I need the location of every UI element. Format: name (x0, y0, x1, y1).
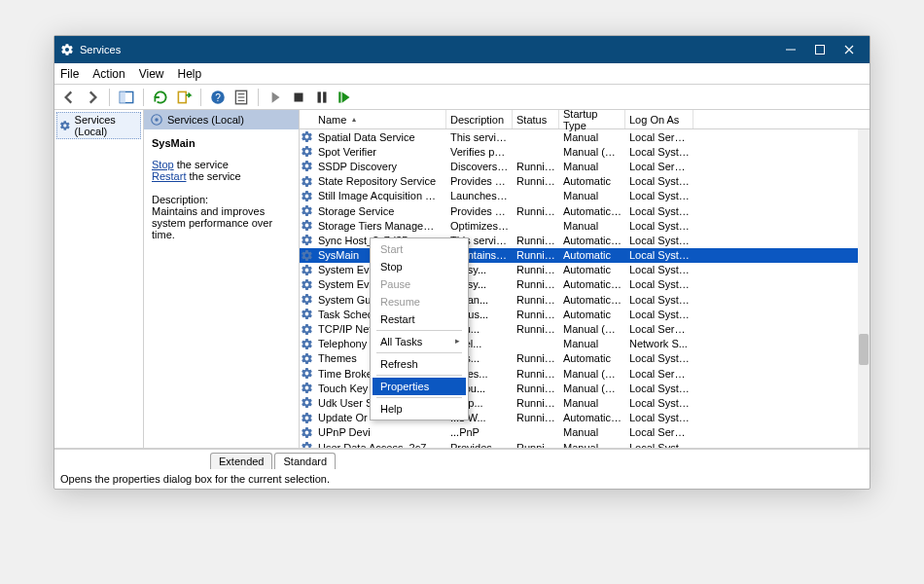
details-title: Services (Local) (167, 114, 244, 126)
details-pane: Services (Local) SysMain Stop the servic… (144, 110, 300, 448)
svg-text:?: ? (215, 91, 221, 102)
menu-help[interactable]: Help (178, 67, 202, 81)
restart-link[interactable]: Restart (152, 170, 186, 182)
column-startup-type[interactable]: Startup Type (559, 110, 625, 128)
status-bar: Opens the properties dialog box for the … (54, 469, 870, 489)
gear-icon (60, 43, 74, 56)
menubar: File Action View Help (54, 63, 870, 85)
service-row[interactable]: UPnP Devi...PnPManualLocal Service (300, 425, 870, 440)
svg-rect-3 (120, 91, 125, 102)
export-button[interactable] (175, 89, 193, 106)
gear-icon (300, 441, 314, 448)
back-button[interactable] (60, 89, 78, 106)
start-service-button[interactable] (267, 89, 284, 106)
pause-service-button[interactable] (313, 89, 331, 106)
service-row[interactable]: Still Image Acquisition EventsLaunches a… (300, 189, 870, 203)
tree-node-services[interactable]: Services (Local) (56, 112, 141, 139)
gear-icon (300, 308, 314, 320)
svg-rect-1 (816, 46, 825, 55)
forward-button[interactable] (84, 89, 101, 106)
scrollbar[interactable] (858, 129, 870, 448)
service-row[interactable]: Spot VerifierVerifies pote...Manual (Tri… (300, 144, 870, 159)
gear-icon (300, 323, 314, 336)
gear-icon (300, 190, 314, 202)
ctx-restart[interactable]: Restart (373, 310, 466, 328)
gear-icon (150, 113, 163, 127)
column-name[interactable]: Name (314, 110, 446, 128)
gear-icon (300, 352, 314, 365)
gear-icon (300, 160, 314, 172)
gear-icon (300, 219, 314, 232)
svg-rect-11 (295, 92, 303, 101)
gear-icon (300, 293, 314, 306)
menu-action[interactable]: Action (92, 67, 124, 81)
gear-icon (59, 119, 71, 132)
gear-icon (300, 412, 314, 424)
stop-service-button[interactable] (290, 89, 307, 106)
service-row[interactable]: State Repository ServiceProvides re...Ru… (300, 174, 870, 189)
svg-rect-13 (323, 91, 326, 102)
gear-icon (300, 367, 314, 380)
services-window: Services File Action View Help ? Servic (53, 35, 871, 490)
desc-label: Description: (152, 194, 291, 205)
tab-standard[interactable]: Standard (274, 453, 336, 469)
gear-icon (300, 234, 314, 246)
toolbar: ? (54, 85, 870, 110)
list-pane: NameDescriptionStatusStartup TypeLog On … (300, 110, 870, 448)
svg-rect-14 (338, 91, 340, 102)
properties-button[interactable] (232, 89, 250, 106)
menu-file[interactable]: File (60, 67, 79, 81)
window-title: Services (80, 44, 121, 55)
ctx-pause: Pause (373, 275, 466, 293)
stop-link[interactable]: Stop (152, 159, 174, 170)
gear-icon (300, 175, 314, 188)
column-headers: NameDescriptionStatusStartup TypeLog On … (300, 110, 870, 129)
help-button[interactable]: ? (209, 89, 227, 106)
svg-point-16 (155, 118, 159, 122)
gear-icon (300, 338, 314, 350)
restart-service-button[interactable] (337, 89, 354, 106)
show-hide-tree-button[interactable] (118, 89, 135, 106)
column-status[interactable]: Status (513, 110, 559, 128)
gear-icon (300, 396, 314, 409)
menu-view[interactable]: View (139, 67, 164, 81)
gear-icon (300, 204, 314, 217)
ctx-resume: Resume (373, 293, 466, 310)
service-row[interactable]: Storage Tiers ManagementOptimizes t...Ma… (300, 218, 870, 233)
context-menu: StartStopPauseResumeRestartAll TasksRefr… (370, 237, 469, 420)
ctx-properties[interactable]: Properties (373, 378, 466, 395)
tab-extended[interactable]: Extended (210, 453, 272, 469)
column-log-on-as[interactable]: Log On As (625, 110, 693, 128)
view-tabs: Extended Standard (54, 449, 870, 469)
maximize-button[interactable] (805, 40, 835, 59)
minimize-button[interactable] (776, 40, 805, 59)
ctx-all-tasks[interactable]: All Tasks (373, 333, 466, 350)
titlebar[interactable]: Services (54, 36, 870, 63)
service-row[interactable]: User Data Access_2c7d35Provides ap...Run… (300, 440, 870, 448)
scroll-thumb[interactable] (859, 334, 869, 365)
ctx-refresh[interactable]: Refresh (373, 355, 466, 373)
gear-icon (300, 249, 314, 262)
gear-icon (300, 278, 314, 291)
close-button[interactable] (835, 40, 864, 59)
service-row[interactable]: Spatial Data ServiceThis service ...Manu… (300, 129, 870, 144)
svg-rect-12 (318, 91, 321, 102)
service-row[interactable]: SSDP DiscoveryDiscovers n...RunningManua… (300, 159, 870, 173)
gear-icon (300, 426, 314, 439)
gear-icon (300, 382, 314, 394)
gear-icon (300, 130, 314, 143)
tree-pane[interactable]: Services (Local) (54, 110, 144, 448)
ctx-stop[interactable]: Stop (373, 258, 466, 275)
body: Services (Local) Services (Local) SysMai… (54, 110, 870, 449)
column-description[interactable]: Description (446, 110, 513, 128)
desc-text: Maintains and improves system performanc… (152, 205, 291, 240)
details-header: Services (Local) (144, 110, 299, 129)
svg-rect-0 (786, 50, 796, 51)
gear-icon (300, 264, 314, 276)
svg-rect-4 (178, 91, 186, 102)
tree-label: Services (Local) (75, 114, 138, 137)
ctx-help[interactable]: Help (373, 400, 466, 418)
refresh-button[interactable] (152, 89, 169, 106)
service-row[interactable]: Storage ServiceProvides en...RunningAuto… (300, 203, 870, 218)
gear-icon (300, 145, 314, 158)
